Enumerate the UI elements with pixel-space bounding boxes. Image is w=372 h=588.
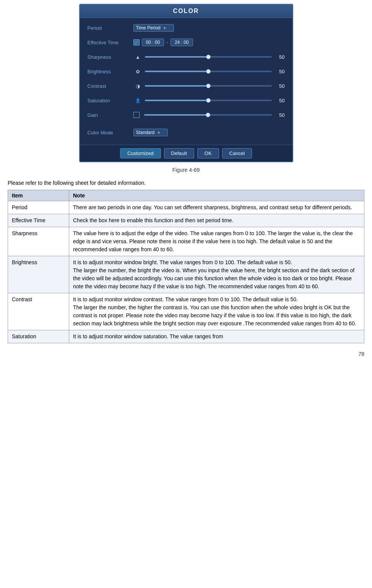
color-dialog: COLOR Period Time Period ▼ Effective Tim… [79,4,293,162]
saturation-row: Saturation 👤 50 [88,95,285,106]
table-header-item: Item [8,190,69,201]
period-row: Period Time Period ▼ [88,23,285,33]
color-mode-row: Color Mode Standard ▼ [88,129,285,136]
color-mode-label: Color Mode [88,130,133,136]
info-table: Item Note PeriodThere are two periods in… [8,190,364,343]
table-row: SaturationIt is to adjust monitor window… [8,330,364,343]
gain-track [144,114,272,116]
sharpness-value: 50 [274,54,285,60]
table-row: Effective TimeCheck the box here to enab… [8,214,364,227]
sharpness-row: Sharpness ▲ 50 [88,52,285,62]
gain-checkbox[interactable] [133,112,140,118]
sharpness-label: Sharpness [88,54,133,60]
saturation-thumb [206,98,211,103]
table-cell-item: Effective Time [8,214,69,227]
table-row: PeriodThere are two periods in one day. … [8,201,364,214]
saturation-slider[interactable] [145,100,272,101]
color-mode-arrow-icon: ▼ [157,131,161,135]
figure-caption: Figure 4-69 [172,167,200,173]
table-row: ContrastIt is to adjust monitor window c… [8,293,364,330]
table-cell-item: Saturation [8,330,69,343]
brightness-thumb [206,69,211,74]
contrast-value: 50 [274,83,285,89]
contrast-track [145,85,272,87]
time-separator: - [166,39,168,45]
table-cell-item: Brightness [8,256,69,293]
table-cell-note: It is to adjust monitor window contrast.… [69,293,364,330]
brightness-slider[interactable] [145,71,272,72]
cancel-button[interactable]: Cancel [222,148,252,158]
contrast-row: Contrast ◑ 50 [88,81,285,91]
time-start[interactable]: 00 : 00 [142,39,164,46]
period-select-value: Time Period [136,25,161,31]
contrast-fill [145,85,208,87]
dialog-title: COLOR [80,5,292,18]
brightness-value: 50 [274,69,285,74]
gain-row: Gain 50 [88,110,285,120]
saturation-fill [145,100,208,101]
contrast-icon: ◑ [133,83,143,89]
effective-time-checkbox[interactable] [133,39,140,45]
brightness-icon: ✿ [133,69,143,74]
effective-time-row: Effective Time 00 : 00 - 24 : 00 [88,37,285,48]
sharpness-slider[interactable] [145,56,272,58]
table-row: SharpnessThe value here is to adjust the… [8,227,364,256]
gain-value: 50 [274,112,285,118]
table-header-note: Note [69,190,364,201]
brightness-row: Brightness ✿ 50 [88,66,285,77]
sharpness-icon: ▲ [133,54,143,60]
contrast-thumb [206,84,211,88]
table-cell-note: It is to adjust monitor window bright. T… [69,256,364,293]
gain-label: Gain [88,112,133,118]
brightness-track [145,71,272,72]
contrast-label: Contrast [88,83,133,89]
page-number: 78 [8,351,364,357]
saturation-label: Saturation [88,98,133,103]
table-cell-item: Contrast [8,293,69,330]
ok-button[interactable]: OK [197,148,219,158]
period-label: Period [88,25,133,31]
table-cell-note: There are two periods in one day. You ca… [69,201,364,214]
saturation-icon: 👤 [133,98,143,103]
table-cell-note: The value here is to adjust the edge of … [69,227,364,256]
brightness-label: Brightness [88,69,133,74]
table-cell-note: It is to adjust monitor window saturatio… [69,330,364,343]
saturation-track [145,100,272,101]
brightness-fill [145,71,208,72]
gain-fill [144,114,208,116]
table-cell-item: Sharpness [8,227,69,256]
effective-time-label: Effective Time [88,40,133,45]
table-cell-note: Check the box here to enable this functi… [69,214,364,227]
sharpness-track [145,56,272,58]
sharpness-fill [145,56,208,58]
gain-slider[interactable] [144,114,272,116]
contrast-slider[interactable] [145,85,272,87]
dialog-buttons: Customized Default OK Cancel [80,145,292,162]
period-select-arrow-icon: ▼ [163,26,167,30]
gain-thumb [206,113,210,117]
table-cell-item: Period [8,201,69,214]
time-end[interactable]: 24 : 00 [171,39,193,46]
figure-container: COLOR Period Time Period ▼ Effective Tim… [8,4,364,173]
period-select[interactable]: Time Period ▼ [133,24,174,32]
color-mode-value: Standard [136,130,155,135]
color-mode-select[interactable]: Standard ▼ [133,129,168,136]
description-paragraph: Please refer to the following sheet for … [8,180,364,186]
dialog-body: Period Time Period ▼ Effective Time 00 :… [80,18,292,145]
table-row: BrightnessIt is to adjust monitor window… [8,256,364,293]
saturation-value: 50 [274,98,285,103]
customized-button[interactable]: Customized [120,148,161,158]
sharpness-thumb [206,55,211,59]
default-button[interactable]: Default [164,148,194,158]
